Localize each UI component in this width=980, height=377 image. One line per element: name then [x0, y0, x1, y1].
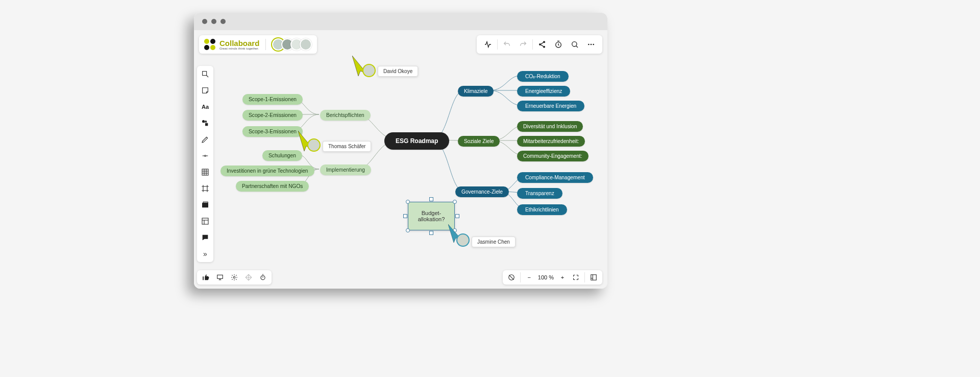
- svg-point-9: [202, 120, 205, 123]
- app-tagline: Great minds think together.: [219, 47, 259, 50]
- resize-handle[interactable]: [406, 228, 410, 232]
- cursor-label: David Okoye: [378, 66, 418, 77]
- mindmap-node[interactable]: Investitionen in grüne Technologien: [220, 166, 314, 176]
- table-tool-icon[interactable]: [200, 167, 210, 177]
- resize-handle[interactable]: [453, 200, 457, 204]
- app-name: Collaboard: [219, 39, 259, 47]
- avatar[interactable]: [300, 38, 312, 51]
- canvas[interactable]: Collaboard Great minds think together.: [194, 30, 607, 289]
- mindmap-node[interactable]: CO₂-Reduktion: [517, 71, 569, 82]
- svg-point-15: [233, 276, 235, 278]
- svg-rect-8: [203, 72, 207, 76]
- window-titlebar: [194, 13, 607, 30]
- ai-icon[interactable]: [481, 37, 495, 52]
- mindmap-center-node[interactable]: ESG Roadmap: [384, 132, 449, 150]
- center-icon[interactable]: [507, 273, 516, 282]
- app-logo-text: Collaboard Great minds think together.: [219, 39, 259, 50]
- frame-tool-icon[interactable]: [200, 183, 210, 194]
- resize-handle[interactable]: [455, 214, 459, 218]
- zoom-in-icon[interactable]: +: [558, 273, 567, 282]
- mindmap-node[interactable]: Partnerschaften mit NGOs: [236, 181, 309, 192]
- timer-icon[interactable]: [551, 37, 566, 52]
- svg-rect-10: [205, 123, 208, 126]
- svg-point-2: [543, 46, 545, 48]
- thumbs-up-icon[interactable]: [201, 273, 210, 282]
- zoom-out-icon[interactable]: −: [525, 273, 534, 282]
- mindmap-node[interactable]: Scope-1-Emissionen: [242, 94, 303, 105]
- topbar-left: Collaboard Great minds think together.: [199, 35, 317, 54]
- share-icon[interactable]: [535, 37, 549, 52]
- shapes-tool-icon[interactable]: [200, 118, 210, 128]
- resize-handle[interactable]: [403, 214, 407, 218]
- divider: [265, 39, 266, 50]
- pen-tool-icon[interactable]: [200, 134, 210, 145]
- svg-rect-14: [217, 275, 223, 278]
- mindmap-node[interactable]: Berichtspflichten: [320, 110, 371, 121]
- mindmap-node[interactable]: Community-Engagement:: [517, 151, 589, 161]
- mindmap-node[interactable]: Energieeffizienz: [517, 86, 570, 97]
- resize-handle[interactable]: [406, 200, 410, 204]
- bottombar-left: [197, 270, 272, 285]
- move-icon[interactable]: [244, 273, 253, 282]
- divider: [520, 272, 521, 282]
- mindmap-node[interactable]: Governance-Ziele: [455, 186, 509, 197]
- svg-rect-12: [202, 203, 208, 207]
- settings-icon[interactable]: [230, 273, 239, 282]
- minimap-icon[interactable]: [589, 273, 598, 282]
- comment-tool-icon[interactable]: [200, 232, 210, 243]
- sticky-line: Budget-: [422, 210, 442, 216]
- traffic-minimize-icon[interactable]: [211, 19, 216, 24]
- avatar: [308, 139, 320, 151]
- mindmap-node[interactable]: Compliance-Management: [517, 172, 593, 183]
- template-tool-icon[interactable]: [200, 216, 210, 226]
- redo-icon[interactable]: [516, 37, 530, 52]
- svg-point-5: [588, 44, 590, 45]
- sticky-line: allokation?: [418, 216, 445, 222]
- browser-window: Collaboard Great minds think together.: [194, 13, 607, 289]
- stopwatch-icon[interactable]: [258, 273, 267, 282]
- mindmap-node[interactable]: Scope-3-Emissionen: [242, 126, 303, 137]
- mindmap-node[interactable]: Diversität und Inklusion: [517, 121, 583, 132]
- mindmap-node[interactable]: Mitarbeiterzufriedenheit:: [517, 136, 585, 147]
- svg-point-0: [543, 41, 545, 43]
- divider: [584, 272, 585, 282]
- mindmap-node[interactable]: Scope-2-Emissionen: [242, 110, 303, 121]
- more-icon[interactable]: [584, 37, 598, 52]
- presence-avatars[interactable]: [272, 38, 312, 51]
- mindmap-node[interactable]: Soziale Ziele: [458, 136, 500, 147]
- divider: [497, 39, 498, 50]
- mindmap-node[interactable]: Schulungen: [262, 150, 302, 161]
- svg-rect-13: [202, 218, 208, 224]
- mindmap-node[interactable]: Ethikrichtlinien: [517, 204, 567, 215]
- resize-handle[interactable]: [429, 197, 433, 201]
- undo-icon[interactable]: [500, 37, 514, 52]
- svg-point-16: [261, 276, 265, 280]
- sticky-text: Budget- allokation?: [418, 210, 445, 222]
- svg-point-6: [591, 44, 592, 45]
- connector-tool-icon[interactable]: [200, 151, 210, 161]
- left-toolbar: Aa »: [197, 66, 213, 262]
- mindmap-node[interactable]: Transparenz: [517, 188, 562, 199]
- mindmap-node[interactable]: Klimaziele: [458, 86, 494, 97]
- expand-toolbar-icon[interactable]: »: [200, 249, 210, 259]
- media-tool-icon[interactable]: [200, 200, 210, 210]
- resize-handle[interactable]: [429, 231, 433, 235]
- traffic-close-icon[interactable]: [202, 19, 207, 24]
- text-tool-icon[interactable]: Aa: [200, 102, 210, 112]
- svg-rect-11: [202, 169, 208, 175]
- select-tool-icon[interactable]: [200, 69, 210, 79]
- search-icon[interactable]: [568, 37, 582, 52]
- fit-icon[interactable]: [571, 273, 580, 282]
- mindmap-node[interactable]: Implementierung: [320, 164, 371, 175]
- svg-point-4: [572, 42, 577, 46]
- traffic-maximize-icon[interactable]: [220, 19, 226, 24]
- cursor-label: Jasmine Chen: [472, 237, 516, 247]
- topbar-right: [477, 35, 602, 54]
- cursor-label: Thomas Schäfer: [323, 141, 371, 152]
- svg-point-7: [593, 44, 594, 45]
- app-logo-icon[interactable]: [204, 39, 215, 50]
- mindmap-node[interactable]: Erneuerbare Energien: [517, 101, 584, 111]
- sticky-tool-icon[interactable]: [200, 85, 210, 96]
- zoom-value[interactable]: 100 %: [538, 274, 554, 280]
- present-icon[interactable]: [215, 273, 225, 282]
